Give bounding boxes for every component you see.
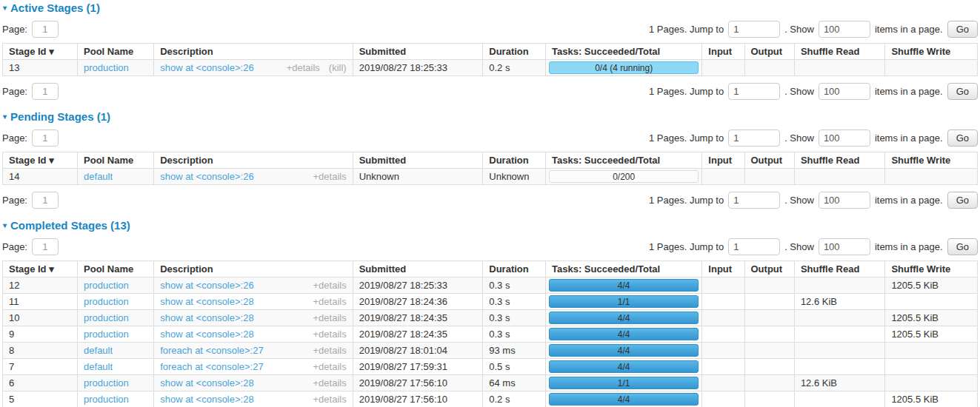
column-header-output[interactable]: Output <box>744 261 794 278</box>
items-per-page-input[interactable] <box>819 238 870 255</box>
tasks-progress-bar: 4/4 <box>549 344 699 357</box>
items-per-page-input[interactable] <box>819 21 870 38</box>
description-link[interactable]: show at <console>:26 <box>160 62 253 73</box>
pool-name-link[interactable]: production <box>84 312 129 323</box>
go-button[interactable]: Go <box>947 238 978 255</box>
column-header-output[interactable]: Output <box>744 152 794 169</box>
description-link[interactable]: show at <console>:28 <box>160 377 253 388</box>
description-link[interactable]: show at <console>:28 <box>160 296 253 307</box>
description-link[interactable]: show at <console>:28 <box>160 312 253 323</box>
details-toggle[interactable]: +details <box>313 296 347 307</box>
column-header-tasks-succeeded-total[interactable]: Tasks: Succeeded/Total <box>546 261 702 278</box>
description-link[interactable]: show at <console>:28 <box>160 329 253 340</box>
column-header-description[interactable]: Description <box>154 152 353 169</box>
pool-name-cell: production <box>78 326 154 343</box>
pool-name-link[interactable]: default <box>84 361 113 372</box>
active-stages-header[interactable]: ▾ Active Stages (1) <box>3 1 978 14</box>
column-header-tasks-succeeded-total[interactable]: Tasks: Succeeded/Total <box>546 152 702 169</box>
description-link[interactable]: show at <console>:28 <box>160 394 253 405</box>
details-toggle[interactable]: +details <box>313 171 347 182</box>
show-text: . Show <box>784 24 814 35</box>
kill-link[interactable]: (kill) <box>329 62 347 73</box>
pool-name-link[interactable]: production <box>84 377 129 388</box>
column-header-output[interactable]: Output <box>744 44 794 60</box>
description-link[interactable]: show at <console>:26 <box>160 280 253 291</box>
column-header-description[interactable]: Description <box>154 44 353 60</box>
go-button[interactable]: Go <box>947 83 978 100</box>
description-cell: show at <console>:26 +details <box>154 169 353 185</box>
column-header-pool-name[interactable]: Pool Name <box>78 152 154 169</box>
go-button[interactable]: Go <box>947 130 978 147</box>
page-number-box[interactable]: 1 <box>32 238 59 255</box>
details-toggle[interactable]: +details <box>313 280 347 291</box>
pagination-bar: Page: 1 1 Pages. Jump to . Show items in… <box>2 192 978 209</box>
details-toggle[interactable]: +details <box>313 377 347 388</box>
column-header-input[interactable]: Input <box>702 152 744 169</box>
pool-name-link[interactable]: production <box>84 394 129 405</box>
description-link[interactable]: foreach at <console>:27 <box>160 345 264 356</box>
description-cell: foreach at <console>:27 +details <box>154 359 353 375</box>
items-per-page-input[interactable] <box>819 192 870 209</box>
pool-name-link[interactable]: default <box>84 345 113 356</box>
column-header-shuffle-write[interactable]: Shuffle Write <box>885 261 978 278</box>
completed-stages-header[interactable]: ▾ Completed Stages (13) <box>3 219 978 232</box>
column-header-duration[interactable]: Duration <box>483 261 546 278</box>
output-cell <box>744 375 794 391</box>
column-header-shuffle-write[interactable]: Shuffle Write <box>885 44 978 60</box>
column-header-shuffle-read[interactable]: Shuffle Read <box>794 261 885 278</box>
page-selector: Page: 1 <box>2 130 59 147</box>
column-header-pool-name[interactable]: Pool Name <box>78 44 154 60</box>
pool-name-link[interactable]: production <box>84 296 129 307</box>
column-header-tasks-succeeded-total[interactable]: Tasks: Succeeded/Total <box>546 44 702 60</box>
shuffle-write-cell <box>885 375 978 391</box>
jump-to-page-input[interactable] <box>728 83 780 100</box>
pool-name-link[interactable]: production <box>84 329 129 340</box>
column-header-pool-name[interactable]: Pool Name <box>78 261 154 278</box>
column-header-submitted[interactable]: Submitted <box>353 44 483 60</box>
page-number-box[interactable]: 1 <box>32 21 59 38</box>
pending-stages-header[interactable]: ▾ Pending Stages (1) <box>3 110 978 123</box>
details-toggle[interactable]: +details <box>313 345 347 356</box>
jump-to-page-input[interactable] <box>728 130 780 147</box>
details-toggle[interactable]: +details <box>313 312 347 323</box>
column-header-submitted[interactable]: Submitted <box>353 152 483 169</box>
page-number-box[interactable]: 1 <box>32 192 59 209</box>
duration-cell: 0.3 s <box>483 294 546 310</box>
submitted-cell: 2019/08/27 17:56:10 <box>353 375 483 391</box>
stage-id-cell: 5 <box>3 391 78 407</box>
details-toggle[interactable]: +details <box>287 62 320 73</box>
column-header-stage-id[interactable]: Stage Id ▾ <box>3 44 78 60</box>
details-toggle[interactable]: +details <box>313 361 347 372</box>
pool-name-link[interactable]: production <box>84 62 129 73</box>
jump-to-page-input[interactable] <box>728 192 780 209</box>
description-link[interactable]: foreach at <console>:27 <box>160 361 264 372</box>
column-header-input[interactable]: Input <box>702 261 744 278</box>
items-per-page-input[interactable] <box>819 130 870 147</box>
details-toggle[interactable]: +details <box>313 394 347 405</box>
jump-to-page-input[interactable] <box>728 21 780 38</box>
column-header-duration[interactable]: Duration <box>483 152 546 169</box>
items-per-page-input[interactable] <box>819 83 870 100</box>
page-number-box[interactable]: 1 <box>32 130 59 147</box>
pool-name-link[interactable]: production <box>84 280 129 291</box>
column-header-description[interactable]: Description <box>154 261 353 278</box>
column-header-stage-id[interactable]: Stage Id ▾ <box>3 152 78 169</box>
column-header-shuffle-read[interactable]: Shuffle Read <box>794 152 885 169</box>
page-number-box[interactable]: 1 <box>32 83 59 100</box>
pool-name-link[interactable]: default <box>84 171 113 182</box>
page-jump-controls: 1 Pages. Jump to . Show items in a page.… <box>649 21 978 38</box>
column-header-shuffle-read[interactable]: Shuffle Read <box>794 44 885 60</box>
shuffle-read-cell <box>794 278 885 294</box>
jump-to-page-input[interactable] <box>728 238 780 255</box>
column-header-submitted[interactable]: Submitted <box>353 261 483 278</box>
tasks-progress-label: 4/4 <box>618 394 630 405</box>
column-header-duration[interactable]: Duration <box>483 44 546 60</box>
details-toggle[interactable]: +details <box>313 329 347 340</box>
column-header-stage-id[interactable]: Stage Id ▾ <box>3 261 78 278</box>
column-header-input[interactable]: Input <box>702 44 744 60</box>
pagination-bar: Page: 1 1 Pages. Jump to . Show items in… <box>2 238 978 255</box>
description-link[interactable]: show at <console>:26 <box>160 171 253 182</box>
go-button[interactable]: Go <box>947 21 978 38</box>
column-header-shuffle-write[interactable]: Shuffle Write <box>885 152 978 169</box>
go-button[interactable]: Go <box>947 192 978 209</box>
